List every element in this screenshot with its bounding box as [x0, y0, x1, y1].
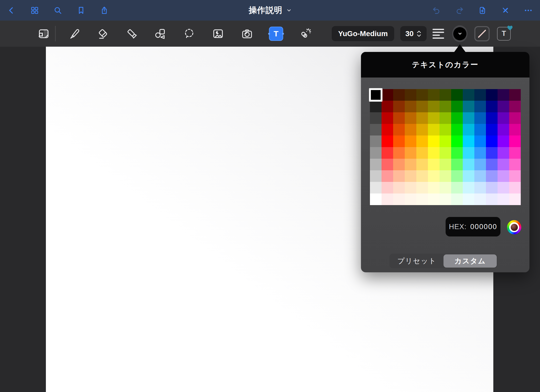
color-swatch[interactable] — [405, 124, 416, 135]
color-swatch[interactable] — [474, 170, 486, 182]
color-swatch[interactable] — [382, 101, 393, 112]
text-style-button[interactable]: T — [496, 26, 512, 41]
color-swatch[interactable] — [382, 193, 393, 205]
color-swatch[interactable] — [416, 182, 428, 193]
lasso-tool-button[interactable] — [181, 26, 197, 41]
color-swatch[interactable] — [405, 170, 416, 182]
color-swatch[interactable] — [463, 193, 474, 205]
color-swatch[interactable] — [451, 112, 463, 124]
color-swatch[interactable] — [405, 101, 416, 112]
color-swatch[interactable] — [440, 89, 451, 101]
color-swatch[interactable] — [370, 182, 382, 193]
color-swatch[interactable] — [393, 159, 405, 170]
document-title-button[interactable]: 操作説明 — [249, 5, 291, 16]
color-swatch[interactable] — [509, 89, 521, 101]
color-swatch[interactable] — [393, 124, 405, 135]
pencil-close-button[interactable] — [499, 4, 511, 16]
stroke-style-button[interactable] — [474, 26, 490, 41]
color-swatch[interactable] — [451, 159, 463, 170]
color-swatch[interactable] — [370, 170, 382, 182]
color-swatch[interactable] — [509, 147, 521, 159]
color-swatch[interactable] — [498, 182, 509, 193]
color-swatch[interactable] — [382, 112, 393, 124]
color-swatch[interactable] — [369, 88, 382, 101]
color-swatch[interactable] — [428, 182, 440, 193]
color-swatch[interactable] — [428, 170, 440, 182]
color-swatch[interactable] — [405, 112, 416, 124]
color-swatch[interactable] — [451, 135, 463, 147]
highlighter-tool-button[interactable] — [124, 26, 139, 41]
color-swatch[interactable] — [393, 147, 405, 159]
color-swatch[interactable] — [451, 124, 463, 135]
color-swatch[interactable] — [416, 135, 428, 147]
undo-button[interactable] — [431, 4, 442, 16]
color-swatch[interactable] — [474, 124, 486, 135]
color-swatch[interactable] — [463, 124, 474, 135]
color-swatch[interactable] — [486, 170, 498, 182]
color-swatch[interactable] — [440, 147, 451, 159]
more-button[interactable] — [522, 4, 534, 16]
add-page-button[interactable] — [476, 4, 488, 16]
color-swatch[interactable] — [405, 135, 416, 147]
color-swatch[interactable] — [440, 135, 451, 147]
color-wheel-button[interactable] — [507, 220, 521, 234]
laser-pointer-tool-button[interactable] — [297, 26, 313, 41]
color-swatch[interactable] — [382, 124, 393, 135]
color-swatch[interactable] — [498, 135, 509, 147]
color-swatch[interactable] — [428, 159, 440, 170]
color-swatch[interactable] — [463, 170, 474, 182]
color-swatch[interactable] — [474, 89, 486, 101]
color-swatch[interactable] — [498, 124, 509, 135]
text-color-button[interactable] — [452, 26, 467, 41]
color-swatch[interactable] — [428, 89, 440, 101]
color-swatch[interactable] — [486, 147, 498, 159]
color-swatch[interactable] — [440, 193, 451, 205]
color-swatch[interactable] — [405, 182, 416, 193]
color-swatch[interactable] — [509, 135, 521, 147]
color-swatch[interactable] — [416, 193, 428, 205]
pen-tool-button[interactable] — [66, 26, 82, 41]
color-swatch[interactable] — [486, 101, 498, 112]
color-swatch[interactable] — [474, 182, 486, 193]
color-swatch[interactable] — [498, 101, 509, 112]
bookmark-button[interactable] — [75, 4, 87, 16]
color-swatch[interactable] — [486, 124, 498, 135]
color-swatch[interactable] — [382, 182, 393, 193]
color-swatch[interactable] — [416, 124, 428, 135]
color-swatch[interactable] — [393, 193, 405, 205]
color-swatch[interactable] — [405, 193, 416, 205]
color-swatch[interactable] — [509, 182, 521, 193]
color-swatch[interactable] — [393, 112, 405, 124]
color-swatch[interactable] — [451, 101, 463, 112]
color-swatch[interactable] — [393, 182, 405, 193]
color-swatch[interactable] — [498, 112, 509, 124]
font-name-button[interactable]: YuGo-Medium — [332, 26, 394, 41]
color-swatch[interactable] — [370, 147, 382, 159]
color-swatch[interactable] — [474, 193, 486, 205]
color-swatch[interactable] — [440, 101, 451, 112]
color-swatch[interactable] — [509, 159, 521, 170]
tab-preset[interactable]: プリセット — [390, 254, 443, 268]
color-swatch[interactable] — [393, 135, 405, 147]
color-swatch[interactable] — [463, 89, 474, 101]
hex-input[interactable]: HEX: 000000 — [446, 217, 500, 236]
color-swatch[interactable] — [382, 170, 393, 182]
color-swatch[interactable] — [428, 124, 440, 135]
color-swatch[interactable] — [463, 112, 474, 124]
color-swatch[interactable] — [451, 193, 463, 205]
color-swatch[interactable] — [486, 89, 498, 101]
color-swatch[interactable] — [451, 147, 463, 159]
color-swatch[interactable] — [498, 89, 509, 101]
color-swatch[interactable] — [428, 147, 440, 159]
share-button[interactable] — [98, 4, 110, 16]
color-swatch[interactable] — [405, 89, 416, 101]
color-swatch[interactable] — [486, 135, 498, 147]
color-swatch[interactable] — [393, 101, 405, 112]
color-swatch[interactable] — [370, 124, 382, 135]
color-swatch[interactable] — [463, 135, 474, 147]
color-swatch[interactable] — [509, 124, 521, 135]
color-swatch[interactable] — [428, 193, 440, 205]
color-swatch[interactable] — [498, 159, 509, 170]
color-swatch[interactable] — [463, 182, 474, 193]
color-swatch[interactable] — [393, 170, 405, 182]
